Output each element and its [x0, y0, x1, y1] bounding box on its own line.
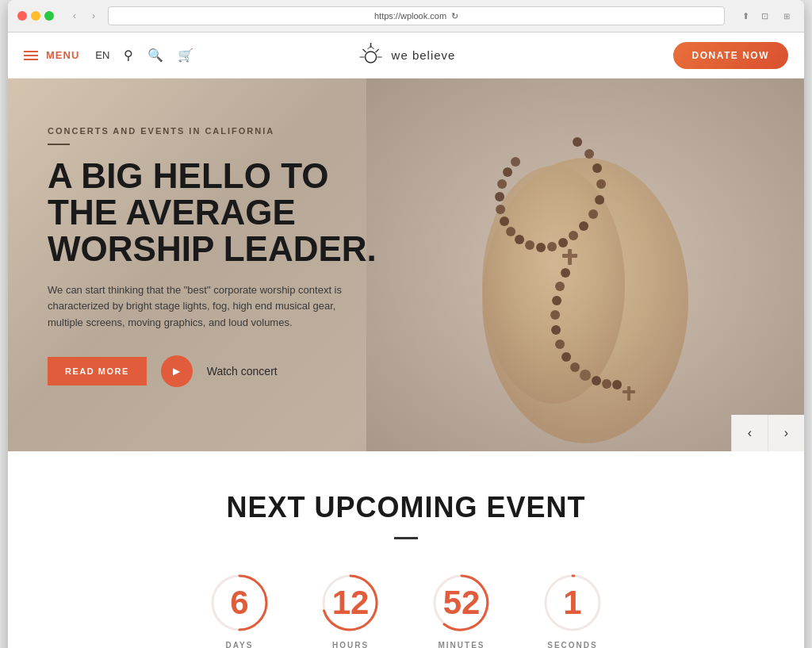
svg-point-11	[573, 137, 582, 147]
svg-point-0	[366, 52, 377, 63]
svg-point-44	[612, 380, 622, 389]
days-label: DAYS	[226, 641, 254, 648]
svg-point-17	[579, 221, 588, 231]
menu-label[interactable]: MENU	[46, 49, 79, 61]
prev-slide-button[interactable]: ‹	[731, 415, 768, 451]
hours-ring: 12	[319, 571, 382, 635]
logo-area: we believe	[357, 41, 456, 70]
hero-navigation: ‹ ›	[731, 415, 804, 451]
share-button[interactable]: ⬆	[737, 8, 753, 24]
logo-icon	[357, 41, 385, 70]
svg-point-15	[595, 195, 604, 205]
minutes-ring: 52	[430, 571, 493, 635]
address-bar[interactable]: https://wplook.com ↻	[108, 6, 725, 25]
countdown-hours: 12 HOURS	[319, 571, 382, 648]
svg-point-25	[500, 217, 509, 226]
hero-title: A BIG HELLO TO THE AVERAGE WORSHIP LEADE…	[48, 158, 420, 268]
traffic-lights	[17, 11, 54, 21]
svg-point-23	[515, 235, 524, 244]
maximize-button[interactable]	[44, 11, 54, 21]
hamburger-icon[interactable]	[24, 51, 38, 60]
seconds-label: SECONDS	[547, 641, 597, 648]
forward-button[interactable]: ›	[86, 8, 102, 24]
countdown-days: 6 DAYS	[208, 571, 271, 648]
hero-content: CONCERTS AND EVENTS IN CALIFORNIA A BIG …	[8, 79, 452, 419]
hero-description: We can start thinking that the "best" co…	[48, 282, 357, 332]
countdown-minutes: 52 MINUTES	[430, 571, 493, 648]
window-controls[interactable]: ⊞	[779, 8, 795, 24]
svg-point-30	[511, 157, 520, 167]
browser-chrome: ‹ › https://wplook.com ↻ ⬆ ⊡ ⊞	[8, 0, 804, 33]
bookmark-button[interactable]: ⊡	[756, 8, 772, 24]
days-value: 6	[230, 586, 248, 619]
browser-window: ‹ › https://wplook.com ↻ ⬆ ⊡ ⊞ MENU EN ⚲	[8, 0, 804, 648]
play-button[interactable]: ▶	[161, 355, 193, 387]
svg-point-18	[569, 231, 578, 240]
svg-point-40	[570, 362, 580, 372]
section-divider	[394, 537, 418, 539]
hero-subtitle: CONCERTS AND EVENTS IN CALIFORNIA	[48, 126, 420, 136]
svg-point-34	[555, 282, 565, 291]
hero-actions: READ MORE ▶ Watch concert	[48, 355, 420, 387]
hero-divider	[48, 144, 70, 145]
svg-point-39	[561, 352, 571, 362]
svg-point-42	[592, 376, 601, 385]
section-title: NEXT UPCOMING EVENT	[24, 491, 788, 524]
svg-point-20	[547, 242, 557, 251]
svg-point-38	[555, 339, 565, 349]
svg-point-36	[550, 310, 560, 320]
cart-icon[interactable]: 🛒	[178, 48, 193, 63]
svg-rect-32	[562, 254, 577, 258]
next-slide-button[interactable]: ›	[768, 415, 804, 451]
svg-point-19	[558, 238, 568, 247]
svg-point-35	[552, 296, 561, 305]
minutes-value: 52	[443, 586, 481, 619]
countdown: 6 DAYS 12 HOURS	[24, 571, 788, 648]
hero-title-line1: A BIG HELLO TO	[48, 156, 328, 195]
browser-nav-buttons: ‹ ›	[67, 8, 102, 24]
svg-point-26	[496, 205, 505, 214]
nav-icons: EN ⚲ 🔍 🛒	[95, 48, 193, 63]
site-content: MENU EN ⚲ 🔍 🛒 we believe	[8, 33, 804, 648]
search-icon[interactable]: 🔍	[147, 48, 163, 63]
hero-title-line3: WORSHIP LEADER.	[48, 229, 377, 268]
svg-point-29	[503, 167, 512, 177]
upcoming-event-section: NEXT UPCOMING EVENT 6 DAYS	[8, 451, 804, 648]
svg-point-13	[592, 163, 602, 173]
svg-point-12	[584, 149, 594, 159]
svg-point-22	[525, 240, 534, 250]
back-button[interactable]: ‹	[67, 8, 82, 24]
close-button[interactable]	[17, 11, 27, 21]
svg-point-24	[506, 227, 515, 236]
navbar: MENU EN ⚲ 🔍 🛒 we believe	[8, 33, 804, 79]
read-more-button[interactable]: READ MORE	[48, 357, 147, 385]
days-ring: 6	[208, 571, 271, 635]
svg-point-14	[596, 179, 606, 189]
donate-button[interactable]: DONATE NOW	[673, 42, 788, 69]
language-selector[interactable]: EN	[95, 49, 109, 61]
svg-point-33	[561, 268, 570, 278]
svg-point-16	[588, 209, 598, 219]
user-icon[interactable]: ⚲	[124, 48, 133, 63]
svg-point-41	[580, 370, 591, 381]
menu-area: MENU	[24, 49, 79, 61]
svg-line-5	[376, 49, 379, 52]
hours-label: HOURS	[332, 641, 369, 648]
svg-point-43	[602, 379, 611, 389]
svg-point-21	[536, 243, 546, 252]
svg-point-27	[495, 192, 504, 201]
svg-point-37	[551, 325, 561, 335]
browser-action-buttons: ⬆ ⊡	[737, 8, 772, 24]
refresh-icon: ↻	[451, 11, 458, 21]
seconds-ring: 1	[541, 571, 604, 635]
logo-text: we believe	[392, 48, 456, 62]
svg-rect-46	[622, 390, 635, 393]
hero-section: CONCERTS AND EVENTS IN CALIFORNIA A BIG …	[8, 79, 804, 451]
svg-line-4	[363, 49, 366, 52]
hours-value: 12	[332, 586, 370, 619]
seconds-value: 1	[563, 586, 581, 619]
countdown-seconds: 1 SECONDS	[541, 571, 604, 648]
url-text: https://wplook.com	[374, 11, 446, 21]
minimize-button[interactable]	[31, 11, 40, 21]
watch-label: Watch concert	[207, 365, 278, 378]
